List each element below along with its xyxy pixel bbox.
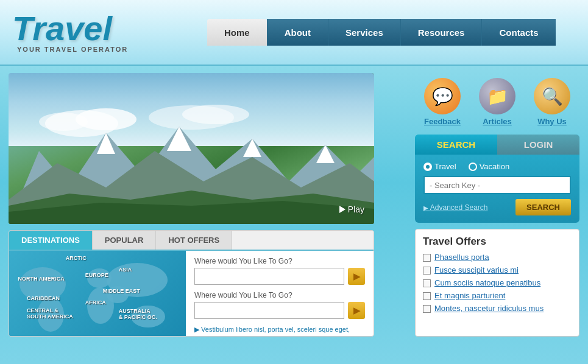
svg-point-2 (39, 113, 88, 131)
tab-popular[interactable]: POPULAR (93, 231, 157, 250)
feedback-label: Feedback (424, 117, 461, 126)
offer-link-1[interactable]: Phasellus porta (434, 253, 489, 262)
destinations-panel: DESTINATIONS POPULAR HOT OFFERS (9, 230, 374, 337)
offer-checkbox-2[interactable] (423, 267, 431, 275)
hero-play-button[interactable]: Play (339, 205, 364, 214)
whyus-item[interactable]: 🔍 Why Us (534, 78, 570, 126)
logo-travel[interactable]: Travel (12, 12, 207, 46)
hero-image: Play (9, 73, 374, 224)
dest-label-1: Where would You Like To Go? (194, 257, 365, 265)
right-column: 💬 Feedback 📁 Articles 🔍 Why Us SEARCH LO… (415, 73, 579, 337)
header: Travel YOUR TRAVEL OPERATOR Home About S… (0, 0, 588, 66)
offer-link-2[interactable]: Fusce suscipit varius mi (434, 265, 519, 275)
destinations-tabs: DESTINATIONS POPULAR HOT OFFERS (9, 231, 374, 251)
map-label-europe: EUROPE (85, 272, 108, 278)
whyus-icon: 🔍 (534, 78, 570, 114)
tab-login[interactable]: LOGIN (497, 135, 579, 155)
articles-item[interactable]: 📁 Articles (479, 78, 515, 126)
offer-checkbox-5[interactable] (423, 305, 431, 313)
advanced-search-row: Advanced Search SEARCH (423, 199, 571, 215)
play-icon (339, 206, 345, 213)
articles-icon: 📁 (479, 78, 515, 114)
offer-link-3[interactable]: Cum sociis natoque penatibus (434, 278, 540, 287)
travel-offers-title: Travel Offers (423, 236, 572, 248)
search-button[interactable]: SEARCH (515, 199, 571, 215)
search-login-tabs: SEARCH LOGIN (415, 135, 579, 155)
icons-area: 💬 Feedback 📁 Articles 🔍 Why Us (415, 73, 579, 128)
map-label-arctic: ARCTIC (66, 255, 87, 261)
feedback-item[interactable]: 💬 Feedback (424, 78, 461, 126)
nav-item-contacts[interactable]: Contacts (481, 19, 555, 46)
radio-travel-label: Travel (434, 162, 456, 171)
search-login-panel: SEARCH LOGIN Travel Vacation Advanced (415, 135, 579, 223)
dest-form-row-1: Where would You Like To Go? ▶ (194, 257, 365, 285)
map-svg (9, 251, 186, 337)
dest-input-1[interactable] (194, 268, 344, 285)
articles-label: Articles (483, 117, 512, 126)
advanced-search-link[interactable]: Advanced Search (423, 203, 488, 212)
offer-item-3: Cum sociis natoque penatibus (423, 278, 572, 287)
whyus-label: Why Us (537, 117, 567, 126)
offer-item-1: Phasellus porta (423, 253, 572, 262)
map-label-middle-east: MIDDLE EAST (103, 288, 140, 294)
travel-offers-panel: Travel Offers Phasellus porta Fusce susc… (415, 229, 579, 337)
destinations-form: Where would You Like To Go? ▶ Where woul… (186, 251, 374, 337)
hero-mountains-svg (9, 102, 374, 224)
map-label-caribbean: CARIBBEAN (27, 295, 60, 301)
offer-item-2: Fusce suscipit varius mi (423, 265, 572, 275)
dest-form-row-2: Where would You Like To Go? ▶ (194, 291, 365, 319)
dest-input-row-2: ▶ (194, 302, 365, 319)
offer-link-4[interactable]: Et magnis parturient (434, 291, 505, 300)
logo-area: Travel YOUR TRAVEL OPERATOR (12, 12, 207, 53)
offer-item-4: Et magnis parturient (423, 291, 572, 300)
map-label-australia: AUSTRALIA& PACIFIC OC. (119, 308, 157, 320)
logo-tagline: YOUR TRAVEL OPERATOR (17, 46, 207, 53)
radio-vacation-label: Vacation (480, 162, 510, 171)
tab-destinations[interactable]: DESTINATIONS (9, 231, 93, 250)
map-label-central-south-america: CENTRAL &SOUTH AMERICA (27, 307, 73, 320)
dest-label-2: Where would You Like To Go? (194, 291, 365, 299)
search-key-input[interactable] (423, 176, 571, 194)
nav-item-home[interactable]: Home (207, 19, 267, 46)
dest-go-btn-2[interactable]: ▶ (348, 302, 365, 319)
offer-link-5[interactable]: Montes, nascetur ridiculus mus (434, 304, 544, 313)
search-body: Travel Vacation Advanced Search SEARCH (415, 155, 579, 223)
nav-item-services[interactable]: Services (328, 19, 400, 46)
offer-item-5: Montes, nascetur ridiculus mus (423, 304, 572, 313)
dest-go-btn-1[interactable]: ▶ (348, 268, 365, 285)
map-label-north-america: NORTH AMERICA (18, 276, 65, 282)
destinations-content: ARCTIC NORTH AMERICA CARIBBEAN CENTRAL &… (9, 251, 374, 337)
radio-travel[interactable]: Travel (423, 162, 456, 171)
feedback-icon: 💬 (424, 78, 461, 114)
main-nav: Home About Services Resources Contacts (207, 0, 556, 65)
left-column: Play DESTINATIONS POPULAR HOT OFFERS (9, 73, 406, 337)
svg-point-4 (182, 105, 249, 124)
map-label-asia: ASIA (119, 267, 132, 273)
play-label: Play (348, 205, 364, 214)
dest-input-row-1: ▶ (194, 268, 365, 285)
tab-hot-offers[interactable]: HOT OFFERS (156, 231, 232, 250)
map-label-africa: AFRICA (85, 299, 106, 306)
radio-vacation[interactable]: Vacation (469, 162, 510, 171)
tab-search[interactable]: SEARCH (415, 135, 497, 155)
offer-checkbox-3[interactable] (423, 279, 431, 287)
nav-item-resources[interactable]: Resources (400, 19, 482, 46)
offer-checkbox-4[interactable] (423, 292, 431, 300)
offer-checkbox-1[interactable] (423, 254, 431, 262)
radio-travel-dot (423, 163, 432, 171)
dest-input-2[interactable] (194, 302, 344, 319)
destinations-map[interactable]: ARCTIC NORTH AMERICA CARIBBEAN CENTRAL &… (9, 251, 186, 337)
search-radio-row: Travel Vacation (423, 162, 571, 171)
main-content: Play DESTINATIONS POPULAR HOT OFFERS (0, 66, 588, 344)
radio-vacation-dot (469, 163, 477, 171)
nav-item-about[interactable]: About (267, 19, 328, 46)
dest-link[interactable]: Vestibulum libero nisl, porta vel, scele… (194, 325, 365, 337)
